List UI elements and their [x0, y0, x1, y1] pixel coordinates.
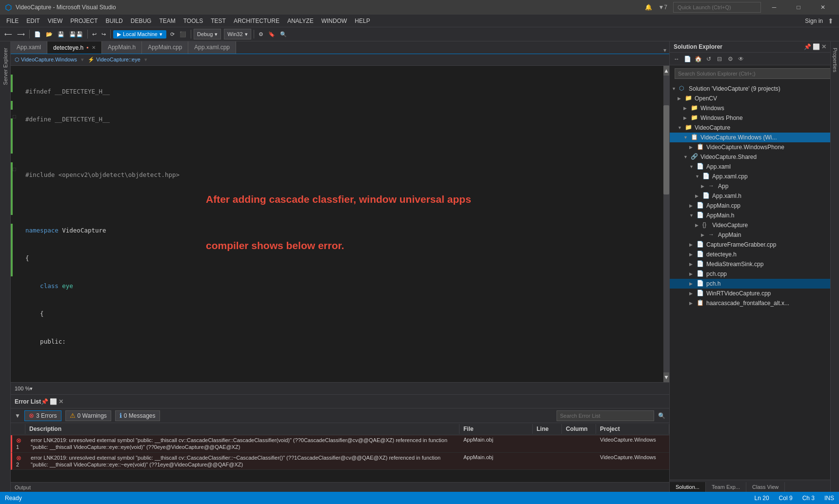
output-label[interactable]: Output — [15, 485, 31, 490]
col-column[interactable]: Column — [562, 424, 596, 434]
se-vc-shared-project[interactable]: ▼ 🔗 VideoCapture.Shared — [670, 152, 830, 162]
toolbar-forward[interactable]: ⟶ — [15, 30, 27, 39]
toolbar-redo[interactable]: ↪ — [100, 30, 108, 39]
se-winrt[interactable]: ▶ 📄 WinRTVideoCapture.cpp — [670, 289, 830, 298]
tab-appmaincpp[interactable]: AppMain.cpp — [142, 41, 188, 54]
se-app-xaml[interactable]: ▼ 📄 App.xaml — [670, 162, 830, 172]
se-capturefg[interactable]: ▶ 📄 CaptureFrameGrabber.cpp — [670, 240, 830, 250]
se-search-input[interactable] — [675, 68, 831, 79]
se-preview-button[interactable]: 👁 — [736, 54, 746, 64]
menu-project[interactable]: PROJECT — [66, 17, 101, 25]
col-file[interactable]: File — [459, 424, 533, 434]
code-content[interactable]: #ifndef __DETECTEYE_H__ #define __DETECT… — [20, 66, 663, 382]
tab-appmainh[interactable]: AppMain.h — [102, 41, 142, 54]
error-row-1[interactable]: ⊗ 1 error LNK2019: unresolved external s… — [11, 435, 669, 453]
path-dropdown-1[interactable]: ▾ — [144, 57, 147, 63]
toolbar-new[interactable]: 📄 — [32, 30, 43, 39]
toolbar-undo[interactable]: ↩ — [90, 30, 99, 39]
config-dropdown[interactable]: Debug ▾ — [194, 29, 221, 39]
col-project[interactable]: Project — [596, 424, 669, 434]
zoom-dropdown[interactable]: ▾ — [30, 386, 33, 392]
quick-launch-input[interactable] — [673, 2, 761, 13]
zoom-level[interactable]: 100 % — [15, 386, 30, 391]
se-windowsphone-node[interactable]: ▶ 📁 Windows Phone — [670, 113, 830, 123]
se-videocapture-ns[interactable]: ▶ {} VideoCapture — [670, 220, 830, 230]
code-editor[interactable]: □ □ #ifndef __DETECTEYE_H__ #define __DE… — [11, 66, 669, 382]
se-vc-windows-project[interactable]: ▼ 📋 VideoCapture.Windows (Wi... — [670, 133, 830, 142]
col-line[interactable]: Line — [533, 424, 562, 434]
tab-overflow-button[interactable]: ▾ — [660, 47, 669, 54]
menu-team[interactable]: TEAM — [155, 17, 179, 25]
properties-tab[interactable]: Properties — [831, 44, 839, 76]
se-solution-node[interactable]: ▼ ⬡ Solution 'VideoCapture' (9 projects) — [670, 84, 830, 94]
toolbar-stop[interactable]: ⬛ — [178, 30, 188, 39]
se-appmain-h[interactable]: ▼ 📄 AppMain.h — [670, 211, 830, 220]
error-search-icon[interactable]: 🔍 — [658, 412, 665, 419]
tab-appxaml[interactable]: App.xaml — [11, 41, 47, 54]
se-pch-h[interactable]: ▶ 📄 pch.h — [670, 279, 830, 289]
se-app-node[interactable]: ▶ → App — [670, 181, 830, 191]
restore-button[interactable]: □ — [787, 0, 810, 15]
se-showfiles-button[interactable]: 📄 — [682, 54, 692, 64]
se-classview-tab[interactable]: Class View — [746, 482, 785, 492]
error-search-input[interactable] — [557, 410, 654, 421]
file-project-path[interactable]: ⬡ VideoCapture.Windows — [15, 57, 77, 63]
se-haarcascade[interactable]: ▶ 📋 haarcascade_frontalface_alt.x... — [670, 298, 830, 308]
toolbar-saveall[interactable]: 💾💾 — [67, 30, 85, 39]
el-dock-button[interactable]: ⬜ — [50, 398, 57, 405]
messages-filter-button[interactable]: ℹ 0 Messages — [115, 410, 160, 421]
toolbar-pause[interactable]: ⟳ — [168, 30, 177, 39]
se-appmain-cpp[interactable]: ▶ 📄 AppMain.cpp — [670, 201, 830, 211]
el-pin-button[interactable]: 📌 — [41, 398, 48, 405]
se-props-button[interactable]: ⚙ — [725, 54, 735, 64]
menu-edit[interactable]: EDIT — [22, 17, 43, 25]
toolbar-find[interactable]: 🔍 — [278, 30, 289, 39]
se-videocapture-folder[interactable]: ▼ 📁 VideoCapture — [670, 123, 830, 133]
se-close-button[interactable]: ✕ — [821, 43, 826, 50]
close-button[interactable]: ✕ — [812, 0, 834, 15]
se-refresh-button[interactable]: ↺ — [704, 54, 714, 64]
menu-tools[interactable]: TOOLS — [180, 17, 207, 25]
se-collapseall-button[interactable]: ⊟ — [715, 54, 724, 64]
toolbar-save[interactable]: 💾 — [56, 30, 66, 39]
toolbar-open[interactable]: 📂 — [44, 30, 55, 39]
se-detecteye[interactable]: ▶ 📄 detecteye.h — [670, 250, 830, 259]
menu-file[interactable]: FILE — [2, 17, 22, 25]
platform-dropdown[interactable]: Win32 ▾ — [224, 29, 251, 39]
editor-vscrollbar[interactable]: ▲ ▼ — [663, 66, 669, 382]
menu-window[interactable]: WINDOW — [318, 17, 351, 25]
se-home-button[interactable]: 🏠 — [693, 54, 703, 64]
el-close-button[interactable]: ✕ — [59, 398, 63, 405]
errors-filter-button[interactable]: ⊗ 3 Errors — [24, 410, 61, 421]
se-windows-node[interactable]: ▶ 📁 Windows — [670, 103, 830, 113]
se-dock-button[interactable]: ⬜ — [813, 43, 820, 50]
filter-count[interactable]: ▼7 — [658, 4, 667, 11]
sign-in-button[interactable]: Sign in — [800, 17, 828, 25]
se-mediastream[interactable]: ▶ 📄 MediaStreamSink.cpp — [670, 259, 830, 269]
se-sync-button[interactable]: ↔ — [672, 54, 681, 64]
se-solution-tab[interactable]: Solution... — [670, 482, 706, 492]
col-description[interactable]: Description — [25, 424, 459, 434]
menu-build[interactable]: BUILD — [101, 17, 126, 25]
se-app-xaml-cpp[interactable]: ▼ 📄 App.xaml.cpp — [670, 172, 830, 181]
menu-view[interactable]: VIEW — [44, 17, 67, 25]
se-appmain-class[interactable]: ▶ → AppMain — [670, 230, 830, 240]
menu-help[interactable]: HELP — [351, 17, 374, 25]
se-pch-cpp[interactable]: ▶ 📄 pch.cpp — [670, 269, 830, 279]
toolbar-back[interactable]: ⟵ — [2, 30, 14, 39]
se-teamexp-tab[interactable]: Team Exp... — [706, 482, 746, 492]
se-app-xaml-h[interactable]: ▶ 📄 App.xaml.h — [670, 191, 830, 201]
tab-detecteye[interactable]: detecteye.h ● ✕ — [47, 41, 102, 54]
run-button[interactable]: ▶ Local Machine ▾ — [113, 30, 166, 39]
minimize-button[interactable]: ─ — [763, 0, 785, 15]
menu-architecture[interactable]: ARCHITECTURE — [230, 17, 283, 25]
tab-close-detecteye[interactable]: ✕ — [92, 45, 96, 50]
toolbar-extras[interactable]: ⚙ — [257, 30, 265, 39]
notification-bell[interactable]: 🔔 — [645, 4, 652, 11]
menu-analyze[interactable]: ANALYZE — [283, 17, 318, 25]
server-explorer-tab[interactable]: Server Explorer — [1, 44, 9, 89]
se-pin-button[interactable]: 📌 — [804, 43, 811, 50]
se-opencv-node[interactable]: ▶ 📁 OpenCV — [670, 94, 830, 103]
tab-appxamlcpp[interactable]: App.xaml.cpp — [188, 41, 236, 54]
toolbar-bookmark[interactable]: 🔖 — [266, 30, 277, 39]
